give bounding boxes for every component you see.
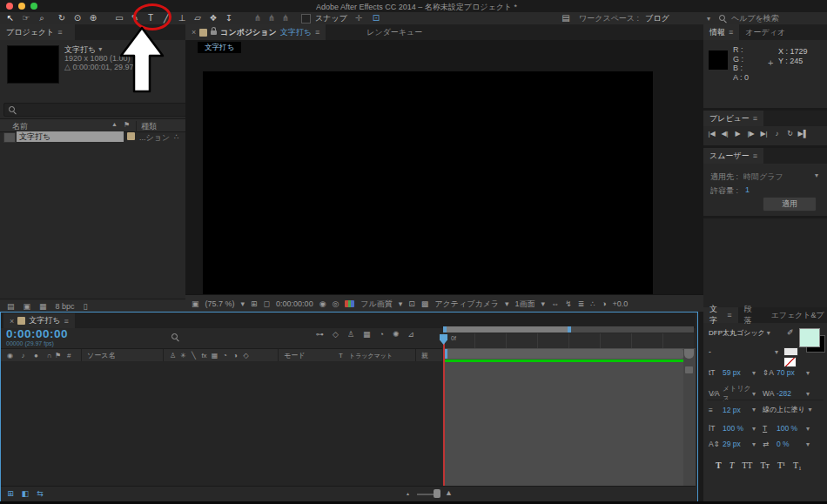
time-ruler[interactable]: [443, 333, 694, 349]
first-frame-button[interactable]: |◀: [705, 130, 718, 138]
no-color-swatch[interactable]: [783, 357, 797, 367]
font-size-dropdown-icon[interactable]: ▾: [752, 369, 756, 377]
item-dropdown-icon[interactable]: ▾: [98, 45, 102, 54]
eraser-tool[interactable]: ▱: [190, 12, 205, 24]
ram-preview-button[interactable]: ▶▌: [797, 130, 810, 138]
panel-menu-icon[interactable]: ≡: [57, 28, 62, 37]
panel-menu-icon[interactable]: ≡: [753, 114, 757, 123]
resolution-dropdown-icon[interactable]: ▾: [399, 299, 403, 308]
superscript-button[interactable]: T¹: [777, 460, 785, 470]
time-navigator[interactable]: [443, 326, 694, 333]
next-frame-button[interactable]: |▶: [744, 130, 757, 138]
stroke-width-value[interactable]: 12 px: [723, 406, 752, 414]
label-color-chip[interactable]: [127, 132, 135, 140]
column-source-name[interactable]: ソース名: [81, 349, 115, 362]
camera-view-dropdown-icon[interactable]: ▾: [505, 299, 509, 308]
comp-button-icon[interactable]: [685, 366, 693, 373]
current-time-indicator-line[interactable]: [443, 334, 445, 486]
comp-mini-flowchart-icon[interactable]: ⊶: [316, 330, 324, 339]
panel-menu-icon[interactable]: ≡: [729, 28, 733, 37]
brainstorm-icon[interactable]: ✺: [393, 330, 400, 339]
draft-3d-icon[interactable]: ◇: [333, 330, 339, 339]
small-caps-button[interactable]: Tᴛ: [760, 460, 769, 470]
zoom-out-mountain-icon[interactable]: ▴: [407, 490, 409, 496]
stroke-style-dropdown-icon[interactable]: ▾: [809, 406, 812, 413]
loop-button[interactable]: ↻: [783, 130, 797, 138]
motion-blur-icon[interactable]: ◔: [380, 330, 384, 339]
view-axis-mode-icon[interactable]: ⋔: [279, 12, 292, 24]
hide-shy-layers-icon[interactable]: ♙: [347, 330, 354, 339]
interpret-footage-icon[interactable]: ▤: [7, 302, 15, 311]
kerning-dropdown-icon[interactable]: ▾: [752, 390, 756, 398]
workspace-dropdown-icon[interactable]: ▾: [707, 15, 710, 23]
lock-icon[interactable]: [211, 30, 217, 35]
puppet-pin-tool[interactable]: ↧: [221, 12, 237, 24]
panel-menu-icon[interactable]: ≡: [64, 317, 68, 326]
row-name-selected[interactable]: 文字打ち: [17, 131, 124, 142]
new-folder-icon[interactable]: ▣: [24, 302, 31, 311]
baseline-shift-dropdown-icon[interactable]: ▾: [752, 440, 756, 448]
help-search-group[interactable]: ヘルプを検索: [719, 12, 779, 24]
tracking-dropdown-icon[interactable]: ▾: [806, 390, 810, 398]
prev-frame-button[interactable]: ◀|: [718, 130, 731, 138]
close-tab-icon[interactable]: ×: [192, 28, 196, 37]
timeline-zoom-slider-track[interactable]: [417, 494, 434, 495]
camera-view-value[interactable]: アクティブカメラ: [434, 299, 499, 310]
resolution-value[interactable]: フル画質: [360, 299, 392, 310]
panel-menu-icon[interactable]: ≡: [727, 311, 731, 319]
zoom-tool[interactable]: ⌕: [34, 12, 50, 24]
apply-to-value[interactable]: 時間グラフ: [743, 171, 783, 183]
grid-guides-icon[interactable]: ⊞: [251, 299, 258, 308]
font-family-select[interactable]: DFP太丸ゴシック ▾: [709, 328, 785, 338]
view-layout-dropdown-icon[interactable]: ▾: [541, 299, 546, 308]
tab-character[interactable]: 文字 ≡: [703, 307, 738, 323]
font-style-select[interactable]: - ▾: [709, 347, 778, 356]
audio-toggle-button[interactable]: ♪: [770, 130, 783, 138]
trash-icon[interactable]: ▯: [84, 302, 88, 311]
column-mode[interactable]: モード: [278, 349, 305, 362]
last-frame-button[interactable]: ▶|: [757, 130, 770, 138]
channels-icon[interactable]: [345, 300, 354, 307]
column-parent[interactable]: 親: [415, 349, 428, 362]
frame-blending-icon[interactable]: ▦: [363, 330, 371, 339]
work-area-bar[interactable]: [443, 349, 683, 359]
tab-audio[interactable]: オーディオ: [739, 24, 791, 40]
mask-shape-path-icon[interactable]: ⊡: [369, 12, 383, 24]
expand-transfer-controls-icon[interactable]: ◧: [19, 489, 31, 498]
font-size-value[interactable]: 59 px: [723, 368, 752, 377]
viewer-tab[interactable]: 文字打ち: [198, 42, 241, 53]
mask-edge-icon[interactable]: ◻: [264, 299, 270, 308]
tsume-dropdown-icon[interactable]: ▾: [806, 440, 810, 448]
comp-canvas[interactable]: [203, 71, 653, 307]
expand-inout-icon[interactable]: ⇆: [34, 489, 46, 498]
comp-timecode[interactable]: 0:00:00:00: [276, 299, 313, 308]
selection-tool[interactable]: ↖: [3, 12, 18, 24]
graph-editor-icon[interactable]: ⊿: [408, 330, 415, 339]
navigator-start-handle[interactable]: [443, 326, 447, 333]
timeline-zoom-slider-handle[interactable]: [434, 489, 440, 498]
camera-tool[interactable]: ⊙: [70, 12, 85, 24]
magnification-value[interactable]: (75.7 %): [205, 299, 235, 308]
leading-dropdown-icon[interactable]: ▾: [806, 369, 810, 377]
time-navigator-bar[interactable]: [447, 326, 568, 333]
faux-italic-button[interactable]: T: [730, 460, 735, 470]
sort-ascending-icon[interactable]: ▲: [111, 121, 118, 127]
horizontal-scale-value[interactable]: 100 %: [777, 424, 806, 433]
tolerance-value[interactable]: 1: [745, 185, 750, 194]
close-tab-icon[interactable]: ×: [10, 317, 14, 326]
magnification-dropdown-icon[interactable]: ▾: [241, 299, 245, 308]
stroke-style-value[interactable]: 線の上に塗り: [763, 405, 805, 414]
tab-timeline-comp[interactable]: × 文字打ち ≡: [3, 313, 75, 328]
fill-color-swatch[interactable]: [799, 328, 820, 347]
baseline-shift-value[interactable]: 29 px: [723, 440, 752, 448]
faux-bold-button[interactable]: T: [716, 460, 722, 470]
timeline-search-field[interactable]: [171, 333, 179, 341]
column-track-matte[interactable]: トラックマット: [349, 349, 393, 362]
subscript-button[interactable]: T₁: [793, 460, 802, 470]
zoom-in-mountain-icon[interactable]: ▲: [445, 488, 453, 497]
workspace-switcher-icon[interactable]: ▤: [559, 12, 573, 24]
apply-button[interactable]: 適用: [763, 197, 817, 212]
tab-effects-presets[interactable]: エフェクト&プ: [764, 307, 827, 323]
leading-value[interactable]: 70 px: [777, 368, 806, 377]
pan-behind-tool[interactable]: ⊕: [85, 12, 101, 24]
